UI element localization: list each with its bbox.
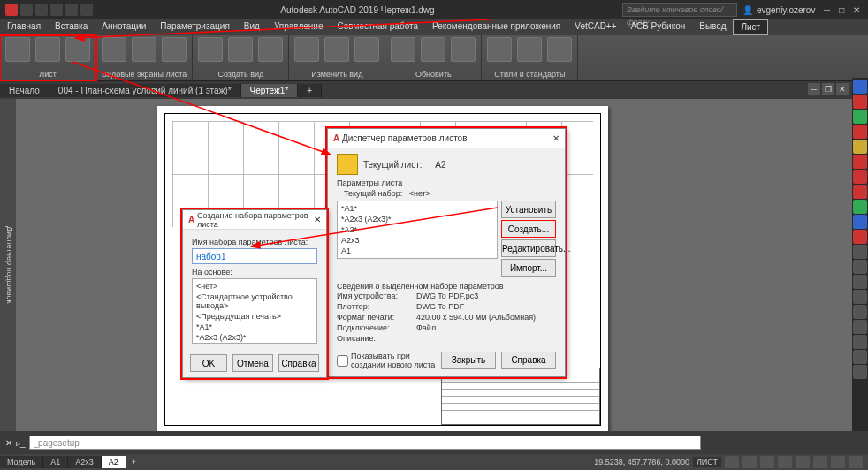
close-icon[interactable]: ✕ bbox=[314, 215, 321, 224]
ribbon-button-icon[interactable] bbox=[324, 37, 349, 62]
ribbon-tab-Управление[interactable]: Управление bbox=[267, 19, 331, 35]
palette-tool-icon[interactable] bbox=[853, 95, 867, 109]
name-input[interactable] bbox=[192, 248, 317, 264]
palette-tool-icon[interactable] bbox=[853, 230, 867, 244]
layout-tab[interactable]: A2 bbox=[102, 456, 126, 468]
palette-tool-icon[interactable] bbox=[853, 365, 867, 379]
ribbon-button-icon[interactable] bbox=[517, 37, 542, 62]
close-icon[interactable]: ✕ bbox=[552, 133, 560, 143]
palette-tool-icon[interactable] bbox=[853, 110, 867, 124]
ribbon-tab-Аннотации[interactable]: Аннотации bbox=[95, 19, 153, 35]
minimize-icon[interactable]: ─ bbox=[820, 5, 833, 15]
set-current-button[interactable]: Установить bbox=[501, 201, 556, 218]
close-panel-icon[interactable]: ✕ bbox=[5, 438, 12, 448]
list-item[interactable]: *A2x3 (A2x3)* bbox=[194, 332, 315, 343]
layout-tab[interactable]: Модель bbox=[0, 456, 43, 468]
palette-tool-icon[interactable] bbox=[853, 290, 867, 304]
palette-tool-icon[interactable] bbox=[853, 335, 867, 349]
ribbon-button-icon[interactable] bbox=[258, 37, 283, 62]
palette-tool-icon[interactable] bbox=[853, 125, 867, 139]
cancel-button[interactable]: Отмена bbox=[232, 354, 273, 372]
palette-tool-icon[interactable] bbox=[853, 245, 867, 259]
ribbon-button-icon[interactable] bbox=[198, 37, 223, 62]
close-icon[interactable]: ✕ bbox=[850, 5, 863, 15]
layout-tab[interactable]: A2x3 bbox=[68, 456, 102, 468]
list-item[interactable]: <Предыдущая печать> bbox=[194, 311, 315, 322]
ribbon-tab-Параметризация[interactable]: Параметризация bbox=[153, 19, 237, 35]
edit-button[interactable]: Редактировать... bbox=[501, 239, 556, 257]
help-button[interactable]: Справка bbox=[501, 352, 556, 369]
list-item[interactable]: A2x3 bbox=[339, 235, 495, 246]
doc-close-icon[interactable]: ✕ bbox=[836, 83, 849, 95]
space-mode[interactable]: ЛИСТ bbox=[693, 457, 721, 467]
list-item[interactable]: *A2* bbox=[339, 224, 495, 235]
ribbon-button-icon[interactable] bbox=[65, 37, 90, 62]
app-menu-icon[interactable] bbox=[5, 4, 18, 16]
palette-tool-icon[interactable] bbox=[853, 155, 867, 169]
ribbon-tab-Вставка[interactable]: Вставка bbox=[48, 19, 95, 35]
search-input[interactable]: Введите ключевое слово/фразу bbox=[622, 3, 737, 17]
doc-minimize-icon[interactable]: ─ bbox=[808, 83, 820, 95]
dialog-titlebar[interactable]: A Создание набора параметров листа ✕ bbox=[183, 210, 326, 230]
qat-redo-icon[interactable] bbox=[80, 4, 93, 16]
clean-screen-icon[interactable] bbox=[849, 456, 863, 468]
command-input[interactable] bbox=[29, 436, 701, 450]
palette-tool-icon[interactable] bbox=[853, 260, 867, 274]
file-tab[interactable]: Чертеж1* bbox=[241, 84, 299, 97]
dialog-titlebar[interactable]: A Диспетчер параметров листов ✕ bbox=[328, 129, 565, 148]
new-tab-icon[interactable]: + bbox=[298, 84, 322, 97]
ribbon-tab-Совместная работа[interactable]: Совместная работа bbox=[331, 19, 426, 35]
ribbon-button-icon[interactable] bbox=[228, 37, 253, 62]
ribbon-button-icon[interactable] bbox=[35, 37, 60, 62]
ribbon-button-icon[interactable] bbox=[391, 37, 415, 62]
ribbon-tab-VetCAD++[interactable]: VetCAD++ bbox=[567, 19, 623, 35]
list-item[interactable]: *A2x3 (A2x3)* bbox=[339, 214, 495, 224]
import-button[interactable]: Импорт... bbox=[501, 259, 556, 277]
checkbox-input[interactable] bbox=[337, 355, 348, 367]
ribbon-tab-Рекомендованные приложения[interactable]: Рекомендованные приложения bbox=[425, 19, 567, 35]
ribbon-button-icon[interactable] bbox=[354, 37, 379, 62]
qat-new-icon[interactable] bbox=[20, 4, 33, 16]
file-tab[interactable]: Начало bbox=[0, 84, 49, 97]
palette-tool-icon[interactable] bbox=[853, 200, 867, 214]
new-button[interactable]: Создать... bbox=[501, 220, 556, 238]
ribbon-button-icon[interactable] bbox=[451, 37, 476, 62]
grid-toggle-icon[interactable] bbox=[725, 456, 739, 468]
qat-open-icon[interactable] bbox=[35, 4, 48, 16]
ribbon-button-icon[interactable] bbox=[5, 37, 30, 62]
ortho-toggle-icon[interactable] bbox=[760, 456, 774, 468]
ribbon-tab-АСБ Рубикон[interactable]: АСБ Рубикон bbox=[624, 19, 693, 35]
pagesetup-list[interactable]: *A1**A2x3 (A2x3)**A2*A2x3A1 bbox=[337, 201, 498, 259]
ribbon-tab-Вид[interactable]: Вид bbox=[237, 19, 267, 35]
palette-tool-icon[interactable] bbox=[853, 320, 867, 334]
list-item[interactable]: *A1* bbox=[194, 322, 315, 332]
close-button[interactable]: Закрыть bbox=[441, 352, 496, 369]
doc-restore-icon[interactable]: ❐ bbox=[822, 83, 834, 95]
based-on-list[interactable]: <нет><Стандартное устройство вывода><Пре… bbox=[192, 278, 317, 344]
ribbon-tab-Вывод[interactable]: Вывод bbox=[692, 19, 733, 35]
ribbon-button-icon[interactable] bbox=[421, 37, 445, 62]
ribbon-button-icon[interactable] bbox=[132, 37, 156, 62]
palette-tool-icon[interactable] bbox=[853, 215, 867, 229]
workspace-icon[interactable] bbox=[831, 456, 845, 468]
list-item[interactable]: *A1* bbox=[339, 203, 495, 214]
qat-save-icon[interactable] bbox=[50, 4, 63, 16]
osnap-toggle-icon[interactable] bbox=[796, 456, 810, 468]
ribbon-button-icon[interactable] bbox=[547, 37, 572, 62]
maximize-icon[interactable]: □ bbox=[835, 5, 848, 15]
palette-tool-icon[interactable] bbox=[853, 275, 867, 289]
ribbon-tab-Лист[interactable]: Лист bbox=[733, 19, 768, 35]
command-line[interactable]: ✕ ▹_ bbox=[0, 431, 868, 454]
snap-toggle-icon[interactable] bbox=[742, 456, 757, 468]
ribbon-button-icon[interactable] bbox=[487, 37, 512, 62]
palette-tool-icon[interactable] bbox=[853, 140, 867, 154]
file-tab[interactable]: 004 - План-схема условий линий (1 этаж)* bbox=[49, 84, 241, 97]
help-button[interactable]: Справка bbox=[278, 354, 319, 372]
palette-tool-icon[interactable] bbox=[853, 305, 867, 319]
list-item[interactable]: A1 bbox=[339, 246, 495, 256]
ribbon-button-icon[interactable] bbox=[294, 37, 319, 62]
palette-tool-icon[interactable] bbox=[853, 185, 867, 199]
qat-undo-icon[interactable] bbox=[65, 4, 78, 16]
user-menu[interactable]: 👤 evgeniy.ozerov bbox=[742, 5, 816, 15]
list-item[interactable]: <Стандартное устройство вывода> bbox=[194, 292, 315, 311]
